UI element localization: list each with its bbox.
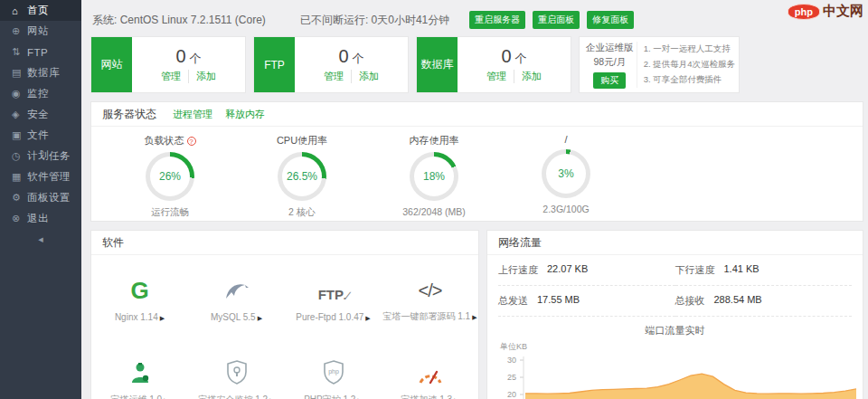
- gauge-value: 18%: [414, 157, 454, 196]
- sidebar-item-label: 首页: [27, 4, 49, 17]
- sidebar-item-label: 计划任务: [27, 149, 71, 163]
- restart-panel-button[interactable]: 重启面板: [533, 11, 580, 29]
- sidebar-item-label: FTP: [27, 47, 48, 58]
- database-stat-card: 数据库 0个 管理 添加: [416, 36, 571, 93]
- sidebar-collapse-button[interactable]: ◂: [0, 229, 81, 249]
- software-item-nginx[interactable]: G Nginx 1.14▶: [91, 255, 188, 338]
- sidebar-item-logout[interactable]: ⊗ 退出: [0, 208, 81, 229]
- software-item-speed[interactable]: 宝塔加速 1.3▶: [382, 338, 478, 399]
- ops-icon: [128, 361, 152, 385]
- disk-gauge: / 3% 2.3G/100G: [500, 134, 632, 219]
- software-item-label: MySQL 5.5: [211, 312, 256, 322]
- php-shield-icon: php: [323, 359, 344, 385]
- software-item-label: 宝塔加速 1.3: [401, 394, 452, 399]
- promo-price: 98元/月: [594, 56, 627, 69]
- software-item-deploy[interactable]: </> 宝塔一键部署源码 1.1▶: [382, 255, 478, 338]
- process-manage-link[interactable]: 进程管理: [173, 108, 212, 121]
- sidebar-item-database[interactable]: ▤ 数据库: [0, 62, 81, 83]
- software-item-security[interactable]: 宝塔安全监控 1.2▶: [188, 338, 285, 399]
- sidebar-item-home[interactable]: ⌂ 首页: [0, 0, 81, 21]
- sidebar-item-settings[interactable]: ⚙ 面板设置: [0, 187, 81, 208]
- stat-value: 17.55 MB: [537, 294, 580, 308]
- uptime-text: 已不间断运行: 0天0小时41分钟: [300, 13, 449, 28]
- nginx-icon: G: [130, 279, 148, 302]
- sidebar-item-label: 数据库: [27, 66, 60, 80]
- sidebar-item-label: 文件: [27, 128, 49, 142]
- website-tag: 网站: [91, 37, 132, 92]
- software-item-label: Nginx 1.14: [115, 312, 158, 322]
- sidebar-item-label: 退出: [27, 212, 49, 225]
- gauge-label: 内存使用率: [368, 134, 500, 147]
- memory-gauge: 内存使用率 18% 362/2048 (MB): [368, 134, 500, 219]
- sidebar-item-cron[interactable]: ◷ 计划任务: [0, 146, 81, 166]
- software-item-phpguard[interactable]: php PHP守护 1.2▶: [285, 338, 382, 399]
- sidebar-item-monitor[interactable]: ◉ 监控: [0, 83, 81, 104]
- gauge-label: 负载状态: [145, 135, 184, 146]
- total-sent: 总发送 17.55 MB: [498, 286, 675, 317]
- website-count: 0: [175, 46, 185, 66]
- transfer-icon: ⇅: [12, 46, 27, 58]
- gauge-desc: 362/2048 (MB): [368, 206, 500, 217]
- database-add-link[interactable]: 添加: [514, 70, 549, 83]
- software-item-mysql[interactable]: MySQL 5.5▶: [188, 255, 285, 338]
- sidebar-item-software[interactable]: ▦ 软件管理: [0, 166, 81, 187]
- logout-icon: ⊗: [12, 213, 27, 224]
- server-status-title: 服务器状态: [102, 107, 156, 122]
- clock-icon: ◷: [12, 150, 27, 162]
- network-card: 网络流量 上行速度 22.07 KB 下行速度 1.41 KB 总发送 17.5…: [486, 230, 863, 399]
- ftp-manage-link[interactable]: 管理: [316, 70, 351, 83]
- database-count: 0: [501, 46, 511, 66]
- software-card: 软件 G Nginx 1.14▶ MySQL 5.5▶ FTP.∕ Pure-F…: [90, 230, 479, 399]
- grid-icon: ▦: [12, 171, 27, 183]
- sidebar-item-security[interactable]: ◈ 安全: [0, 104, 81, 125]
- enterprise-promo-card: 企业运维版 98元/月 购买 1. 一对一远程人工支持 2. 提供每月4次巡检服…: [579, 36, 740, 93]
- software-item-ops[interactable]: 宝塔运维 1.0▶: [91, 338, 188, 399]
- count-unit: 个: [515, 52, 527, 65]
- stat-row: 网站 0个 管理 添加 FTP 0个 管理 添加 数据库 0个 管理 添加: [90, 36, 740, 93]
- ftp-add-link[interactable]: 添加: [351, 70, 386, 83]
- stat-label: 下行速度: [675, 263, 715, 277]
- php-logo-text: 中文网: [823, 3, 863, 20]
- svg-text:25: 25: [507, 373, 516, 382]
- count-unit: 个: [353, 52, 364, 65]
- repair-panel-button[interactable]: 修复面板: [587, 11, 634, 29]
- gauge-value: 26%: [150, 157, 190, 196]
- software-item-label: PHP守护 1.2: [304, 394, 355, 399]
- sidebar-item-label: 监控: [27, 87, 49, 100]
- sidebar: ⌂ 首页 ⊕ 网站 ⇅ FTP ▤ 数据库 ◉ 监控 ◈ 安全 ▣ 文件 ◷ 计…: [0, 0, 81, 399]
- gear-icon: ⚙: [12, 192, 27, 204]
- restart-server-button[interactable]: 重启服务器: [469, 11, 525, 29]
- stat-value: 288.54 MB: [714, 294, 762, 308]
- globe-icon: ⊕: [12, 25, 27, 37]
- database-manage-link[interactable]: 管理: [479, 70, 514, 83]
- total-received: 总接收 288.54 MB: [675, 286, 853, 317]
- cpu-donut: 26.5%: [278, 152, 326, 201]
- cpu-gauge: CPU使用率 26.5% 2 核心: [236, 134, 368, 219]
- website-add-link[interactable]: 添加: [188, 70, 223, 83]
- help-icon[interactable]: ?: [187, 137, 196, 146]
- load-donut: 26%: [146, 152, 194, 201]
- sidebar-item-label: 网站: [27, 24, 49, 38]
- gauge-label: CPU使用率: [236, 134, 368, 147]
- release-memory-link[interactable]: 释放内存: [225, 108, 265, 121]
- shield-icon: ◈: [12, 109, 27, 120]
- file-icon: ▣: [12, 129, 27, 141]
- monitor-icon: ◉: [12, 88, 27, 100]
- sidebar-item-label: 安全: [27, 108, 49, 121]
- svg-text:php: php: [328, 368, 339, 375]
- gauge-desc: 2.3G/100G: [500, 204, 632, 214]
- gauge-value: 3%: [546, 154, 586, 194]
- sidebar-item-label: 软件管理: [27, 170, 71, 184]
- sidebar-item-website[interactable]: ⊕ 网站: [0, 21, 81, 42]
- database-icon: ▤: [12, 67, 27, 79]
- promo-buy-button[interactable]: 购买: [593, 72, 626, 89]
- sidebar-item-ftp[interactable]: ⇅ FTP: [0, 42, 81, 62]
- website-manage-link[interactable]: 管理: [154, 70, 188, 83]
- sidebar-item-label: 面板设置: [27, 191, 71, 204]
- chart-unit-label: 单位KB: [500, 341, 863, 353]
- sidebar-item-files[interactable]: ▣ 文件: [0, 125, 81, 146]
- server-status-card: 服务器状态 进程管理 释放内存 负载状态? 26% 运行流畅 CPU使用率 26…: [90, 101, 863, 222]
- stat-value: 22.07 KB: [547, 263, 588, 277]
- software-item-pureftpd[interactable]: FTP.∕ Pure-Ftpd 1.0.47▶: [285, 255, 382, 338]
- stat-label: 总发送: [498, 294, 528, 308]
